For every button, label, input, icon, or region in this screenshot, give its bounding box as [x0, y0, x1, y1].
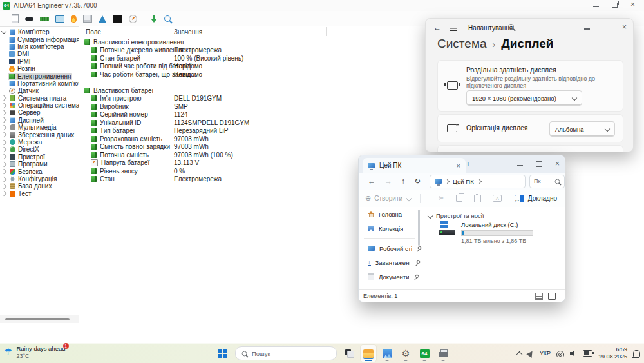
expander-icon[interactable] [1, 169, 6, 174]
tree-item[interactable]: Конфігурація [0, 175, 79, 182]
expander-icon[interactable] [1, 125, 6, 130]
column-field[interactable]: Поле [86, 28, 101, 35]
aida64-button[interactable]: 64 [417, 345, 432, 362]
refresh-icon[interactable]: ↻ [414, 177, 421, 186]
minimize-icon[interactable] [593, 6, 599, 6]
tab-this-pc[interactable]: Цей ПК × [363, 158, 466, 173]
back-icon[interactable]: ← [433, 23, 441, 32]
file-explorer-button[interactable] [361, 345, 376, 362]
tree-item[interactable]: Електроживлення [0, 72, 79, 79]
expander-icon[interactable] [1, 176, 6, 181]
tree-item[interactable]: Мережа [0, 139, 79, 146]
wifi-icon[interactable] [556, 351, 564, 357]
hamburger-menu-icon[interactable] [450, 26, 457, 26]
notification-bell-icon[interactable] [633, 350, 640, 357]
expander-icon[interactable] [1, 117, 6, 123]
bench-icon[interactable] [83, 15, 92, 23]
search-icon[interactable] [164, 15, 171, 22]
expander-icon[interactable] [1, 147, 6, 152]
tree-item[interactable]: Комп'ютер [0, 28, 79, 35]
expander-icon[interactable] [1, 110, 6, 115]
address-bar[interactable]: Цей ПК [430, 175, 526, 188]
new-tab-button[interactable]: + [466, 161, 471, 168]
expander-icon[interactable] [1, 95, 6, 101]
rename-icon[interactable]: A [493, 195, 502, 202]
tree-item[interactable]: Датчик [0, 87, 79, 94]
sidebar-item[interactable]: Документи [359, 270, 421, 284]
resolution-dropdown[interactable]: 1920 × 1080 (рекомендовано) [466, 90, 582, 106]
tree-item[interactable]: Дисплей [0, 117, 79, 124]
tree-item[interactable]: Сумарна інформація [0, 35, 79, 43]
devices-section-header[interactable]: Пристрої та носії [428, 212, 565, 219]
location-arrow-icon[interactable] [526, 349, 535, 357]
tree-item[interactable]: База даних [0, 182, 79, 190]
tree-item[interactable]: Програми [0, 161, 79, 168]
tree-item[interactable]: Збереження даних [0, 131, 79, 138]
column-divider[interactable] [326, 27, 327, 36]
maximize-icon[interactable] [603, 25, 609, 30]
task-view-button[interactable] [342, 345, 357, 362]
tree-hscrollbar[interactable] [0, 315, 79, 323]
search-icon[interactable] [508, 24, 514, 30]
battery-icon[interactable] [583, 350, 592, 357]
display-icon[interactable] [55, 15, 64, 23]
up-icon[interactable]: ↑ [401, 177, 405, 186]
tree-item[interactable]: DMI [0, 50, 79, 57]
close-icon[interactable]: × [630, 1, 635, 8]
aida64-titlebar[interactable]: 64 AIDA64 Engineer v7.35.7000 × [0, 0, 644, 11]
tree-item[interactable]: DirectX [0, 146, 79, 153]
address-segment[interactable]: Цей ПК [453, 178, 474, 185]
tree-item[interactable]: Безпека [0, 168, 79, 175]
expander-icon[interactable] [1, 139, 6, 144]
tree-item[interactable]: Портативний комп'ютер [0, 80, 79, 87]
minimize-icon[interactable] [517, 165, 523, 166]
settings-app-button[interactable]: ⚙ [398, 345, 413, 362]
close-icon[interactable]: × [622, 24, 627, 30]
tree-item[interactable]: Тест [0, 190, 79, 197]
printer-button[interactable] [435, 345, 451, 362]
expander-icon[interactable] [1, 28, 6, 34]
chart-icon[interactable] [99, 15, 106, 23]
expander-icon[interactable] [1, 132, 6, 137]
report-icon[interactable] [12, 14, 19, 23]
hidden-icons-chevron[interactable] [516, 351, 523, 357]
close-icon[interactable]: × [555, 161, 560, 167]
back-icon[interactable]: ← [368, 177, 375, 186]
tree-item[interactable]: Сервер [0, 109, 79, 116]
tree-item[interactable]: Операційна система [0, 102, 79, 109]
update-icon[interactable] [151, 15, 158, 23]
paste-icon[interactable] [474, 195, 481, 202]
photos-button[interactable] [379, 345, 395, 362]
expander-icon[interactable] [1, 161, 6, 166]
devices-icon[interactable] [25, 17, 33, 21]
sidebar-scrollbar[interactable] [418, 210, 420, 246]
explorer-search-box[interactable]: Пк [529, 175, 565, 188]
weather-widget[interactable]: ☂ 1 Rainy days ahead 23°C [4, 345, 66, 359]
new-item-button[interactable]: ⊕ Створити [365, 194, 411, 202]
cut-icon[interactable]: ✂ [439, 194, 444, 202]
tree-item[interactable]: Ім'я комп'ютера [0, 43, 79, 50]
tree-item[interactable]: Мультимедіа [0, 124, 79, 131]
language-indicator[interactable]: УКР [540, 350, 551, 357]
memory-icon[interactable] [40, 17, 49, 21]
local-disk-item[interactable]: Локальний диск (C:) 1,81 ТБ вільно з 1,8… [439, 221, 533, 244]
breadcrumb-system[interactable]: Система [437, 37, 487, 51]
restore-icon[interactable] [612, 3, 618, 8]
start-button[interactable] [214, 345, 230, 362]
forward-icon[interactable]: → [384, 177, 392, 186]
clock[interactable]: 6:59 19.08.2025 [598, 346, 627, 361]
volume-icon[interactable] [570, 350, 577, 357]
expander-icon[interactable] [1, 103, 6, 108]
column-value[interactable]: Значення [174, 28, 202, 35]
tree-item[interactable]: IPMI [0, 58, 79, 65]
expander-icon[interactable] [1, 154, 6, 159]
sidebar-item[interactable]: Робочий стіл [359, 241, 421, 255]
large-icons-view-icon[interactable] [548, 293, 556, 300]
tree-item[interactable]: Системна плата [0, 95, 79, 102]
details-view-button[interactable]: Докладно [515, 195, 557, 202]
copy-icon[interactable] [456, 195, 462, 202]
sidebar-item[interactable]: Головна [359, 207, 421, 221]
osd-icon[interactable] [113, 15, 122, 23]
list-view-icon[interactable] [535, 293, 543, 300]
sidebar-item[interactable]: Колекція [359, 221, 421, 235]
